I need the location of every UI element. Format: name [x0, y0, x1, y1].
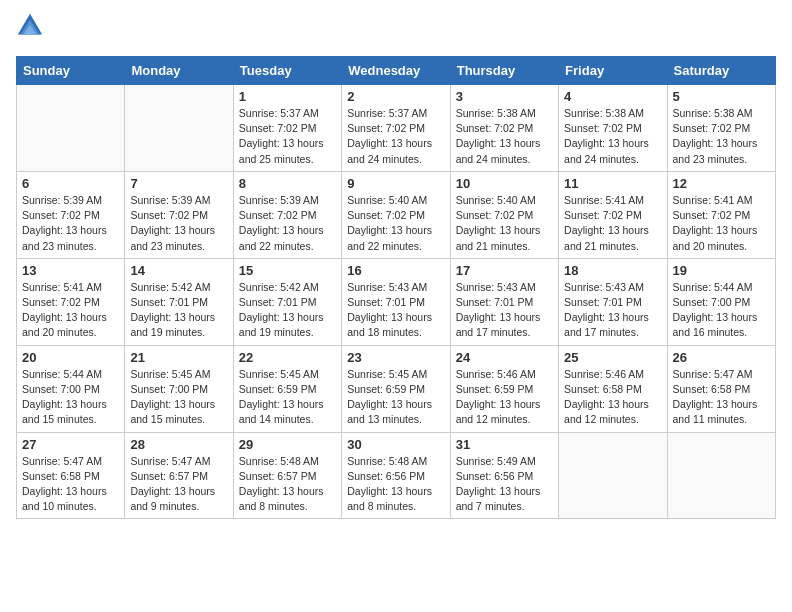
day-info: Sunrise: 5:38 AM Sunset: 7:02 PM Dayligh…	[673, 106, 770, 167]
day-number: 5	[673, 89, 770, 104]
calendar-cell: 9Sunrise: 5:40 AM Sunset: 7:02 PM Daylig…	[342, 171, 450, 258]
day-number: 26	[673, 350, 770, 365]
day-number: 21	[130, 350, 227, 365]
calendar-cell	[17, 85, 125, 172]
day-info: Sunrise: 5:48 AM Sunset: 6:57 PM Dayligh…	[239, 454, 336, 515]
day-info: Sunrise: 5:46 AM Sunset: 6:59 PM Dayligh…	[456, 367, 553, 428]
day-info: Sunrise: 5:38 AM Sunset: 7:02 PM Dayligh…	[456, 106, 553, 167]
day-info: Sunrise: 5:49 AM Sunset: 6:56 PM Dayligh…	[456, 454, 553, 515]
day-info: Sunrise: 5:37 AM Sunset: 7:02 PM Dayligh…	[239, 106, 336, 167]
day-info: Sunrise: 5:39 AM Sunset: 7:02 PM Dayligh…	[22, 193, 119, 254]
day-number: 8	[239, 176, 336, 191]
day-info: Sunrise: 5:43 AM Sunset: 7:01 PM Dayligh…	[456, 280, 553, 341]
calendar-cell: 26Sunrise: 5:47 AM Sunset: 6:58 PM Dayli…	[667, 345, 775, 432]
calendar-cell: 16Sunrise: 5:43 AM Sunset: 7:01 PM Dayli…	[342, 258, 450, 345]
day-number: 3	[456, 89, 553, 104]
calendar-cell	[667, 432, 775, 519]
calendar-cell: 15Sunrise: 5:42 AM Sunset: 7:01 PM Dayli…	[233, 258, 341, 345]
calendar-cell: 17Sunrise: 5:43 AM Sunset: 7:01 PM Dayli…	[450, 258, 558, 345]
day-number: 11	[564, 176, 661, 191]
day-info: Sunrise: 5:41 AM Sunset: 7:02 PM Dayligh…	[564, 193, 661, 254]
weekday-header-wednesday: Wednesday	[342, 57, 450, 85]
day-number: 20	[22, 350, 119, 365]
calendar-cell: 12Sunrise: 5:41 AM Sunset: 7:02 PM Dayli…	[667, 171, 775, 258]
day-number: 18	[564, 263, 661, 278]
day-number: 1	[239, 89, 336, 104]
weekday-header-friday: Friday	[559, 57, 667, 85]
calendar-cell: 25Sunrise: 5:46 AM Sunset: 6:58 PM Dayli…	[559, 345, 667, 432]
calendar-week-row: 27Sunrise: 5:47 AM Sunset: 6:58 PM Dayli…	[17, 432, 776, 519]
calendar-cell: 5Sunrise: 5:38 AM Sunset: 7:02 PM Daylig…	[667, 85, 775, 172]
day-number: 10	[456, 176, 553, 191]
calendar-cell: 11Sunrise: 5:41 AM Sunset: 7:02 PM Dayli…	[559, 171, 667, 258]
calendar-cell: 3Sunrise: 5:38 AM Sunset: 7:02 PM Daylig…	[450, 85, 558, 172]
calendar-cell: 24Sunrise: 5:46 AM Sunset: 6:59 PM Dayli…	[450, 345, 558, 432]
day-info: Sunrise: 5:48 AM Sunset: 6:56 PM Dayligh…	[347, 454, 444, 515]
logo-icon	[16, 12, 44, 40]
day-info: Sunrise: 5:47 AM Sunset: 6:57 PM Dayligh…	[130, 454, 227, 515]
weekday-header-tuesday: Tuesday	[233, 57, 341, 85]
calendar-cell: 21Sunrise: 5:45 AM Sunset: 7:00 PM Dayli…	[125, 345, 233, 432]
calendar-week-row: 1Sunrise: 5:37 AM Sunset: 7:02 PM Daylig…	[17, 85, 776, 172]
day-number: 27	[22, 437, 119, 452]
weekday-header-thursday: Thursday	[450, 57, 558, 85]
day-info: Sunrise: 5:43 AM Sunset: 7:01 PM Dayligh…	[347, 280, 444, 341]
day-info: Sunrise: 5:42 AM Sunset: 7:01 PM Dayligh…	[130, 280, 227, 341]
day-number: 16	[347, 263, 444, 278]
day-number: 13	[22, 263, 119, 278]
day-number: 31	[456, 437, 553, 452]
weekday-header-sunday: Sunday	[17, 57, 125, 85]
day-info: Sunrise: 5:41 AM Sunset: 7:02 PM Dayligh…	[22, 280, 119, 341]
day-number: 25	[564, 350, 661, 365]
day-number: 9	[347, 176, 444, 191]
calendar-week-row: 6Sunrise: 5:39 AM Sunset: 7:02 PM Daylig…	[17, 171, 776, 258]
day-number: 12	[673, 176, 770, 191]
day-number: 24	[456, 350, 553, 365]
day-info: Sunrise: 5:40 AM Sunset: 7:02 PM Dayligh…	[456, 193, 553, 254]
day-info: Sunrise: 5:47 AM Sunset: 6:58 PM Dayligh…	[673, 367, 770, 428]
calendar-table: SundayMondayTuesdayWednesdayThursdayFrid…	[16, 56, 776, 519]
day-number: 22	[239, 350, 336, 365]
day-info: Sunrise: 5:42 AM Sunset: 7:01 PM Dayligh…	[239, 280, 336, 341]
day-number: 17	[456, 263, 553, 278]
day-info: Sunrise: 5:43 AM Sunset: 7:01 PM Dayligh…	[564, 280, 661, 341]
day-number: 28	[130, 437, 227, 452]
page-header	[16, 16, 776, 44]
day-info: Sunrise: 5:37 AM Sunset: 7:02 PM Dayligh…	[347, 106, 444, 167]
day-number: 2	[347, 89, 444, 104]
calendar-cell	[125, 85, 233, 172]
day-number: 30	[347, 437, 444, 452]
day-number: 29	[239, 437, 336, 452]
day-info: Sunrise: 5:40 AM Sunset: 7:02 PM Dayligh…	[347, 193, 444, 254]
calendar-week-row: 20Sunrise: 5:44 AM Sunset: 7:00 PM Dayli…	[17, 345, 776, 432]
day-info: Sunrise: 5:45 AM Sunset: 6:59 PM Dayligh…	[347, 367, 444, 428]
calendar-cell: 2Sunrise: 5:37 AM Sunset: 7:02 PM Daylig…	[342, 85, 450, 172]
calendar-week-row: 13Sunrise: 5:41 AM Sunset: 7:02 PM Dayli…	[17, 258, 776, 345]
day-number: 4	[564, 89, 661, 104]
calendar-cell: 29Sunrise: 5:48 AM Sunset: 6:57 PM Dayli…	[233, 432, 341, 519]
day-info: Sunrise: 5:44 AM Sunset: 7:00 PM Dayligh…	[673, 280, 770, 341]
calendar-cell: 30Sunrise: 5:48 AM Sunset: 6:56 PM Dayli…	[342, 432, 450, 519]
day-info: Sunrise: 5:46 AM Sunset: 6:58 PM Dayligh…	[564, 367, 661, 428]
calendar-cell: 10Sunrise: 5:40 AM Sunset: 7:02 PM Dayli…	[450, 171, 558, 258]
calendar-cell: 19Sunrise: 5:44 AM Sunset: 7:00 PM Dayli…	[667, 258, 775, 345]
calendar-cell: 4Sunrise: 5:38 AM Sunset: 7:02 PM Daylig…	[559, 85, 667, 172]
day-info: Sunrise: 5:38 AM Sunset: 7:02 PM Dayligh…	[564, 106, 661, 167]
calendar-cell: 14Sunrise: 5:42 AM Sunset: 7:01 PM Dayli…	[125, 258, 233, 345]
day-info: Sunrise: 5:47 AM Sunset: 6:58 PM Dayligh…	[22, 454, 119, 515]
day-info: Sunrise: 5:39 AM Sunset: 7:02 PM Dayligh…	[130, 193, 227, 254]
calendar-cell: 28Sunrise: 5:47 AM Sunset: 6:57 PM Dayli…	[125, 432, 233, 519]
calendar-body: 1Sunrise: 5:37 AM Sunset: 7:02 PM Daylig…	[17, 85, 776, 519]
day-number: 7	[130, 176, 227, 191]
day-number: 23	[347, 350, 444, 365]
day-info: Sunrise: 5:39 AM Sunset: 7:02 PM Dayligh…	[239, 193, 336, 254]
calendar-cell: 18Sunrise: 5:43 AM Sunset: 7:01 PM Dayli…	[559, 258, 667, 345]
calendar-cell: 20Sunrise: 5:44 AM Sunset: 7:00 PM Dayli…	[17, 345, 125, 432]
day-info: Sunrise: 5:45 AM Sunset: 6:59 PM Dayligh…	[239, 367, 336, 428]
weekday-header-saturday: Saturday	[667, 57, 775, 85]
day-number: 19	[673, 263, 770, 278]
day-number: 15	[239, 263, 336, 278]
calendar-cell: 27Sunrise: 5:47 AM Sunset: 6:58 PM Dayli…	[17, 432, 125, 519]
day-number: 6	[22, 176, 119, 191]
logo	[16, 16, 48, 44]
